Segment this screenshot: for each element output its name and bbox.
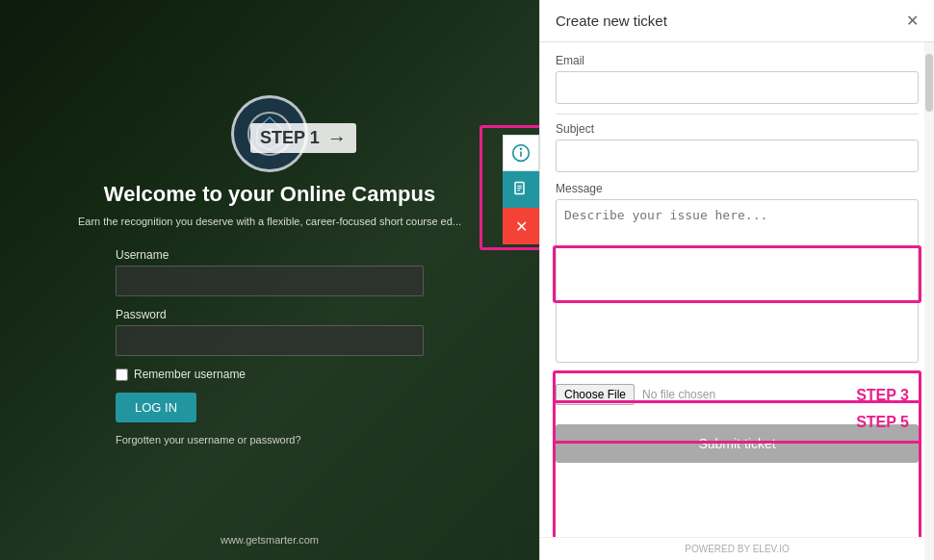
step5-annotation: STEP 5 <box>856 414 909 431</box>
panel-body: Email Subject STEP 2 Message STEP 3 <box>540 42 934 537</box>
username-input[interactable] <box>116 266 424 296</box>
close-panel-button[interactable]: ✕ <box>906 12 919 30</box>
login-panel: Welcome to your Online Campus Earn the r… <box>0 0 539 560</box>
remember-label: Remember username <box>134 368 246 381</box>
doc-widget-button[interactable] <box>503 171 539 208</box>
arrow-icon: → <box>327 127 347 149</box>
panel-title: Create new ticket <box>556 13 667 29</box>
message-field-group: Message <box>556 182 919 367</box>
subject-section: Subject STEP 2 <box>556 122 919 172</box>
svg-point-4 <box>520 148 523 151</box>
welcome-heading: Welcome to your Online Campus <box>104 182 435 207</box>
panel-header: Create new ticket ✕ <box>540 0 934 42</box>
widget-close-button[interactable]: ✕ <box>503 208 539 244</box>
subject-field-group: Subject <box>556 122 919 172</box>
message-section: Message STEP 3 <box>556 182 919 367</box>
ticket-panel: Create new ticket ✕ Email Subject STEP 2… <box>539 0 934 560</box>
password-label: Password <box>116 308 424 321</box>
password-input[interactable] <box>116 325 424 356</box>
divider1 <box>556 114 919 115</box>
remember-checkbox[interactable] <box>116 369 128 381</box>
forgot-link[interactable]: Forgotten your username or password? <box>116 434 424 445</box>
subject-label: Subject <box>556 122 919 136</box>
svg-rect-5 <box>520 151 522 157</box>
message-textarea[interactable] <box>556 199 919 363</box>
email-label: Email <box>556 54 919 67</box>
no-file-label: No file chosen <box>642 388 715 401</box>
website-text: www.getsmarter.com <box>221 534 319 546</box>
submit-section: Submit ticket STEP 5 <box>556 424 919 463</box>
email-field-group: Email <box>556 54 919 104</box>
email-input[interactable] <box>556 71 919 104</box>
username-label: Username <box>116 248 424 262</box>
login-button[interactable]: LOG IN <box>116 393 196 422</box>
tagline-text: Earn the recognition you deserve with a … <box>78 215 461 229</box>
file-row: Choose File No file chosen <box>556 376 919 413</box>
file-section: Choose File No file chosen STEP 4 <box>556 376 919 413</box>
widget-button-group: ✕ <box>503 135 539 244</box>
subject-input[interactable] <box>556 140 919 172</box>
scrollbar[interactable] <box>924 42 934 560</box>
scrollbar-thumb[interactable] <box>925 54 933 112</box>
step1-annotation: STEP 1 → <box>250 123 356 153</box>
login-form: Username Password Remember username LOG … <box>116 248 424 465</box>
powered-by-text: POWERED BY ELEV.IO <box>540 537 934 560</box>
message-label: Message <box>556 182 919 195</box>
choose-file-button[interactable]: Choose File <box>556 384 635 405</box>
help-widget-button[interactable] <box>503 135 539 171</box>
